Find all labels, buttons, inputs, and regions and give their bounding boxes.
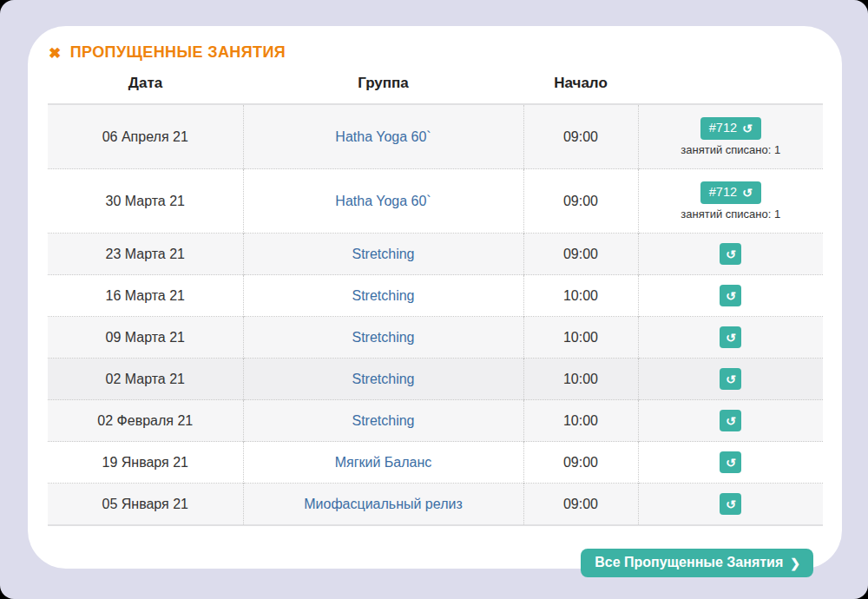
- group-link[interactable]: Hatha Yoga 60`: [335, 194, 431, 208]
- group-link[interactable]: Stretching: [352, 413, 414, 428]
- table-row: 23 Марта 21 Stretching 09:00 ↺: [48, 234, 823, 275]
- group-cell: Hatha Yoga 60`: [243, 169, 523, 234]
- group-cell: Stretching: [243, 359, 523, 400]
- table-row: 30 Марта 21 Hatha Yoga 60` 09:00 #712↺ з…: [48, 169, 823, 234]
- start-cell: 10:00: [523, 317, 638, 359]
- start-cell: 09:00: [523, 234, 638, 275]
- table-body: 06 Апреля 21 Hatha Yoga 60` 09:00 #712↺ …: [48, 104, 823, 525]
- table-header-row: Дата Группа Начало: [48, 68, 823, 104]
- missed-classes-panel: ✖ ПРОПУЩЕННЫЕ ЗАНЯТИЯ Дата Группа Начало…: [28, 26, 842, 569]
- undo-button[interactable]: ↺: [720, 326, 741, 348]
- group-link[interactable]: Hatha Yoga 60`: [335, 129, 431, 144]
- badge-label: #712: [709, 186, 737, 199]
- table-row: 05 Января 21 Миофасциальный релиз 09:00 …: [48, 484, 823, 526]
- all-missed-classes-button[interactable]: Все Пропущенные Занятия ❯: [581, 549, 813, 577]
- action-cell: #712↺ занятий списано: 1: [638, 169, 823, 234]
- writeoff-note: занятий списано: 1: [640, 143, 823, 157]
- badge-label: #712: [709, 122, 737, 135]
- group-link[interactable]: Stretching: [352, 288, 414, 303]
- date-cell: 06 Апреля 21: [48, 104, 243, 169]
- table-row: 06 Апреля 21 Hatha Yoga 60` 09:00 #712↺ …: [48, 104, 823, 169]
- date-cell: 02 Февраля 21: [48, 400, 243, 442]
- start-cell: 09:00: [523, 484, 638, 526]
- undo-icon: ↺: [726, 415, 736, 427]
- panel-title-label: ПРОПУЩЕННЫЕ ЗАНЯТИЯ: [70, 43, 286, 62]
- panel-footer: Все Пропущенные Занятия ❯: [48, 549, 823, 577]
- table-row: 16 Марта 21 Stretching 10:00 ↺: [48, 275, 823, 317]
- panel-title: ✖ ПРОПУЩЕННЫЕ ЗАНЯТИЯ: [48, 43, 823, 62]
- group-link[interactable]: Миофасциальный релиз: [304, 497, 463, 511]
- undo-icon: ↺: [726, 290, 736, 302]
- action-cell: ↺: [638, 400, 823, 442]
- date-cell: 09 Марта 21: [48, 317, 243, 359]
- group-link[interactable]: Stretching: [352, 330, 414, 345]
- writeoff-note: занятий списано: 1: [640, 207, 823, 221]
- group-cell: Stretching: [243, 317, 523, 359]
- page-background: ✖ ПРОПУЩЕННЫЕ ЗАНЯТИЯ Дата Группа Начало…: [0, 0, 868, 599]
- start-cell: 09:00: [523, 169, 638, 234]
- column-header-group: Группа: [243, 68, 523, 104]
- table-row: 19 Января 21 Мягкий Баланс 09:00 ↺: [48, 442, 823, 484]
- missed-classes-table: Дата Группа Начало 06 Апреля 21 Hatha Yo…: [48, 68, 823, 526]
- action-cell: ↺: [638, 234, 823, 275]
- undo-button[interactable]: ↺: [720, 493, 741, 515]
- start-cell: 10:00: [523, 275, 638, 317]
- column-header-start: Начало: [523, 68, 638, 104]
- action-cell: ↺: [638, 275, 823, 317]
- undo-icon: ↺: [726, 457, 736, 469]
- group-cell: Stretching: [243, 234, 523, 275]
- action-cell: ↺: [638, 484, 823, 526]
- undo-icon: ↺: [742, 187, 753, 199]
- group-cell: Hatha Yoga 60`: [243, 104, 523, 169]
- group-link[interactable]: Stretching: [352, 247, 414, 261]
- undo-button[interactable]: #712↺: [700, 181, 761, 204]
- start-cell: 09:00: [523, 442, 638, 484]
- all-missed-classes-label: Все Пропущенные Занятия: [595, 555, 783, 570]
- date-cell: 19 Января 21: [48, 442, 243, 484]
- date-cell: 02 Марта 21: [48, 359, 243, 400]
- close-icon: ✖: [49, 46, 62, 61]
- undo-icon: ↺: [726, 373, 736, 385]
- date-cell: 23 Марта 21: [48, 234, 243, 275]
- undo-button[interactable]: ↺: [720, 451, 741, 473]
- undo-button[interactable]: ↺: [720, 243, 741, 265]
- start-cell: 10:00: [523, 400, 638, 442]
- action-cell: ↺: [638, 317, 823, 359]
- action-cell: ↺: [638, 359, 823, 400]
- undo-button[interactable]: ↺: [720, 410, 741, 431]
- action-cell: #712↺ занятий списано: 1: [638, 104, 823, 169]
- table-row: 09 Марта 21 Stretching 10:00 ↺: [48, 317, 823, 359]
- chevron-right-icon: ❯: [790, 556, 800, 570]
- table-row: 02 Марта 21 Stretching 10:00 ↺: [48, 359, 823, 400]
- undo-icon: ↺: [726, 498, 736, 510]
- table-row: 02 Февраля 21 Stretching 10:00 ↺: [48, 400, 823, 442]
- undo-button[interactable]: #712↺: [700, 117, 761, 140]
- undo-icon: ↺: [726, 332, 736, 344]
- group-cell: Мягкий Баланс: [243, 442, 523, 484]
- date-cell: 30 Марта 21: [48, 169, 243, 234]
- start-cell: 10:00: [523, 359, 638, 400]
- column-header-actions: [638, 68, 823, 104]
- date-cell: 05 Января 21: [48, 484, 243, 526]
- undo-icon: ↺: [726, 248, 736, 260]
- group-cell: Stretching: [243, 275, 523, 317]
- group-cell: Миофасциальный релиз: [243, 484, 523, 526]
- action-cell: ↺: [638, 442, 823, 484]
- group-link[interactable]: Мягкий Баланс: [335, 455, 432, 470]
- group-link[interactable]: Stretching: [352, 372, 414, 386]
- group-cell: Stretching: [243, 400, 523, 442]
- undo-icon: ↺: [742, 122, 753, 135]
- start-cell: 09:00: [523, 104, 638, 169]
- undo-button[interactable]: ↺: [720, 285, 741, 306]
- column-header-date: Дата: [48, 68, 243, 104]
- undo-button[interactable]: ↺: [720, 368, 741, 390]
- date-cell: 16 Марта 21: [48, 275, 243, 317]
